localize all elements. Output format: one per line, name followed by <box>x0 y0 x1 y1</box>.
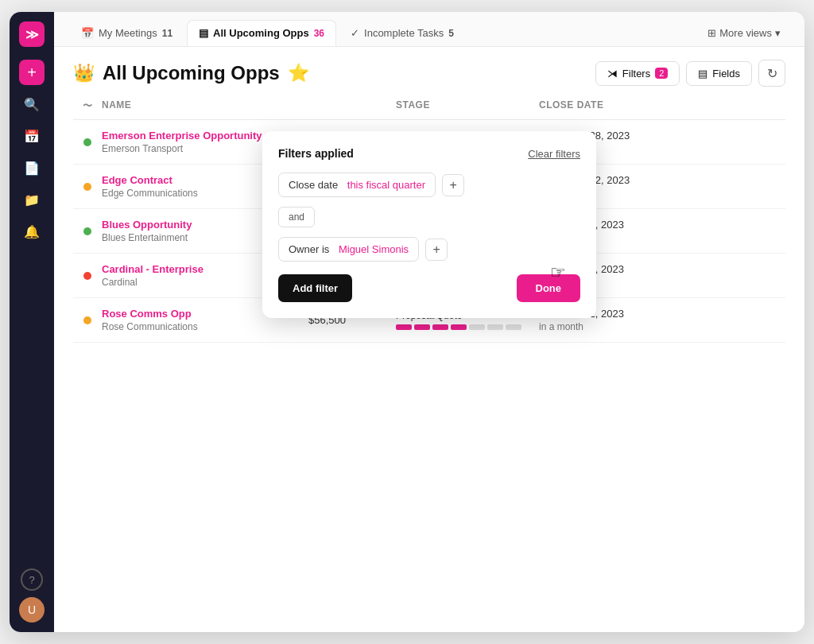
stage-bar <box>396 324 539 330</box>
filters-label: Filters <box>622 68 650 80</box>
tab-all-upcoming-opps-count: 36 <box>314 28 324 39</box>
chevron-down-icon: ▾ <box>775 27 781 39</box>
status-dot-red <box>83 272 91 280</box>
main-content: 📅 My Meetings 11 ▤ All Upcoming Opps 36 … <box>54 12 804 632</box>
page-header: 👑 All Upcoming Opps ⭐ ⧕ Filters 2 ▤ Fiel… <box>54 47 804 93</box>
filter1-add-button[interactable]: + <box>442 174 464 196</box>
sidebar-add-button[interactable]: + <box>19 60 45 85</box>
page-title-area: 👑 All Upcoming Opps ⭐ <box>73 62 309 84</box>
tab-incomplete-tasks[interactable]: ✓ Incomplete Tasks 5 <box>339 21 465 45</box>
tab-my-meetings-label: My Meetings <box>99 27 157 39</box>
refresh-icon: ↻ <box>767 66 777 81</box>
filter-popup: Filters applied Clear filters Close date… <box>262 131 596 318</box>
filter-applied-label: Filters applied <box>278 147 354 160</box>
fields-label: Fields <box>712 68 740 80</box>
sidebar-calendar-icon[interactable]: 📅 <box>19 123 45 149</box>
fields-icon: ▤ <box>698 68 707 80</box>
filters-button[interactable]: ⧕ Filters 2 <box>595 61 680 86</box>
refresh-button[interactable]: ↻ <box>758 60 785 87</box>
filter-row-2: Owner is Miguel Simonis + <box>278 237 580 262</box>
sidebar-logo: ≫ <box>19 21 45 47</box>
filter-popup-header: Filters applied Clear filters <box>278 147 580 160</box>
th-amount <box>308 99 396 113</box>
fields-button[interactable]: ▤ Fields <box>686 61 752 86</box>
table-header: 〜 Name Stage Close Date <box>73 93 785 120</box>
tab-incomplete-tasks-count: 5 <box>448 28 454 39</box>
status-dot-yellow <box>83 183 91 191</box>
calendar-tab-icon: 📅 <box>81 27 94 39</box>
done-button[interactable]: Done <box>517 274 581 302</box>
table-area: 〜 Name Stage Close Date Emerson Enterpri… <box>54 93 804 632</box>
sidebar-search-icon[interactable]: 🔍 <box>19 91 45 117</box>
status-dot-green <box>83 138 91 146</box>
tab-all-upcoming-opps-label: All Upcoming Opps <box>213 27 309 39</box>
status-dot-green <box>83 227 91 235</box>
tab-bar: 📅 My Meetings 11 ▤ All Upcoming Opps 36 … <box>54 12 804 47</box>
filter2-highlight: Miguel Simonis <box>339 243 409 255</box>
pulse-icon: 〜 <box>83 99 93 113</box>
more-views-button[interactable]: ⊞ More views ▾ <box>700 22 789 44</box>
more-views-label: More views <box>719 27 772 39</box>
filter1-prefix: Close date <box>289 179 338 191</box>
filter2-add-button[interactable]: + <box>425 239 448 261</box>
sidebar-avatar[interactable]: U <box>19 597 45 623</box>
th-close-date: Close Date <box>539 99 698 113</box>
check-tab-icon: ✓ <box>351 27 359 39</box>
tab-my-meetings-count: 11 <box>162 28 172 39</box>
filter2-prefix: Owner is <box>289 243 329 255</box>
tab-all-upcoming-opps[interactable]: ▤ All Upcoming Opps 36 <box>187 20 336 46</box>
tab-my-meetings[interactable]: 📅 My Meetings 11 <box>70 21 184 45</box>
star-icon: ⭐ <box>288 63 309 83</box>
sidebar-help-button[interactable]: ? <box>21 568 43 591</box>
status-dot-yellow <box>83 316 91 324</box>
clear-filters-button[interactable]: Clear filters <box>528 148 580 160</box>
sidebar-bell-icon[interactable]: 🔔 <box>19 219 45 244</box>
filter1-highlight: this fiscal quarter <box>347 179 425 191</box>
opp-sub: Rose Communications <box>102 321 308 332</box>
and-row: and <box>278 207 580 227</box>
tab-incomplete-tasks-label: Incomplete Tasks <box>364 27 444 39</box>
filter-chip-1[interactable]: Close date this fiscal quarter <box>278 173 436 197</box>
and-badge: and <box>278 207 315 227</box>
sidebar-folder-icon[interactable]: 📁 <box>19 187 45 212</box>
close-date-sub: in a month <box>539 321 698 332</box>
filter-chip-2[interactable]: Owner is Miguel Simonis <box>278 237 419 262</box>
page-title: All Upcoming Opps <box>103 62 280 84</box>
sidebar-document-icon[interactable]: 📄 <box>19 155 45 180</box>
filter-count-badge: 2 <box>655 68 668 79</box>
th-name: Name <box>102 99 308 113</box>
sidebar: ≫ + 🔍 📅 📄 📁 🔔 ? U <box>10 12 54 632</box>
filter-sliders-icon: ⧕ <box>607 68 618 80</box>
crown-icon: 👑 <box>73 63 95 83</box>
filter-popup-footer: Add filter Done <box>278 274 580 302</box>
more-views-icon: ⊞ <box>707 27 716 39</box>
filter-row-1: Close date this fiscal quarter + <box>278 173 580 197</box>
header-actions: ⧕ Filters 2 ▤ Fields ↻ <box>595 60 785 87</box>
grid-tab-icon: ▤ <box>199 27 208 39</box>
add-filter-button[interactable]: Add filter <box>278 274 352 302</box>
th-pulse: 〜 <box>73 99 102 113</box>
th-stage: Stage <box>396 99 539 113</box>
